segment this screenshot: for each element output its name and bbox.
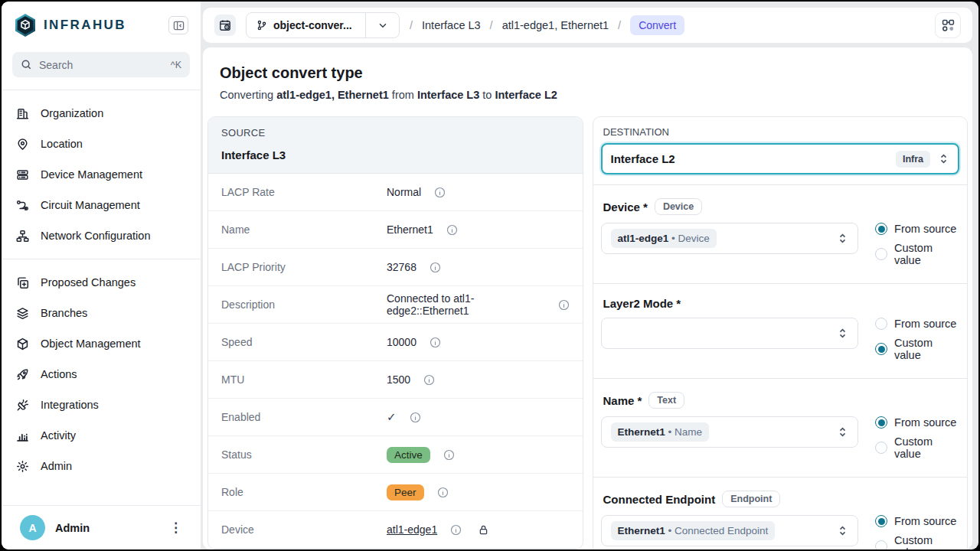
sidebar-item-device-management[interactable]: Device Management [2,159,201,190]
from-source-radio[interactable]: From source [875,515,959,527]
field-value-chip: Ethernet1 • Name [611,422,710,442]
chevron-up-down-icon [837,328,848,339]
sidebar-nav-secondary: Proposed Changes Branches Object Managem… [2,259,201,489]
branch-selector[interactable]: object-conver... [246,12,400,38]
source-panel: SOURCE Interface L3 LACP Rate Normal Nam… [207,116,583,549]
sidebar-item-proposed-changes[interactable]: Proposed Changes [2,267,201,298]
status-badge: Peer [387,484,424,500]
sidebar-item-activity[interactable]: Activity [2,420,201,451]
from-source-radio[interactable]: From source [875,416,959,429]
destination-field-name: Name * Text Ethernet1 • Name From source… [593,378,968,477]
info-icon[interactable] [423,374,435,386]
info-icon[interactable] [443,449,455,461]
info-icon[interactable] [430,337,441,348]
custom-value-radio[interactable]: Custom value [875,534,959,549]
attribute-value: atl1-edge1 [387,523,489,536]
attribute-text-value: Connected to atl1-edge2::Ethernet1 [387,292,545,317]
sidebar-item-location[interactable]: Location [2,129,201,159]
attribute-label: Name [221,223,387,236]
breadcrumb-item-object[interactable]: atl1-edge1, Ethernet1 [502,19,609,31]
sidebar-item-network-configuration[interactable]: Network Configuration [2,220,201,251]
enabled-check-icon: ✓ [387,410,397,424]
source-type: Interface L3 [221,148,570,161]
attribute-label: Role [221,486,387,498]
field-value-select[interactable]: Ethernet1 • Name [601,416,859,448]
sidebar-item-organization[interactable]: Organization [2,98,201,129]
building-icon [16,106,30,120]
field-kind-badge: Endpoint [722,491,780,507]
schema-visualizer-button[interactable] [935,12,961,38]
source-row-role: Role Peer [208,474,583,511]
chevron-up-down-icon [837,426,848,438]
page-title: Object convert type [220,64,956,82]
related-object-link[interactable]: atl1-edge1 [387,523,437,536]
attribute-value: Connected to atl1-edge2::Ethernet1 [387,292,570,317]
field-label: Connected Endpoint [603,493,716,506]
user-menu: A Admin ⋮ [2,505,201,549]
field-value-select[interactable]: Ethernet1 • Connected Endpoint [601,515,859,546]
brand-name: INFRAHUB [44,18,126,33]
sidebar-collapse-button[interactable] [168,16,188,34]
field-kind-badge: Device [655,198,702,215]
custom-value-radio[interactable]: Custom value [875,242,959,266]
search-input[interactable]: Search ^K [12,52,190,77]
info-icon[interactable] [410,412,421,423]
time-travel-button[interactable] [214,15,236,36]
search-shortcut: ^K [171,60,181,70]
destination-type-select[interactable]: Interface L2 Infra [601,143,960,174]
sidebar-item-branches[interactable]: Branches [2,298,201,328]
info-icon[interactable] [437,487,449,498]
from-source-radio[interactable]: From source [875,318,959,330]
destination-panel-label: DESTINATION [603,126,960,138]
git-branch-icon [256,20,267,31]
destination-panel: DESTINATION Interface L2 Infra Device * … [593,116,969,549]
field-label: Name * [603,394,642,407]
sidebar-nav-primary: Organization Location Device Management … [2,90,201,259]
topbar: object-conver... / Interface L3 / atl1-e… [203,8,972,43]
attribute-text-value: Normal [387,186,421,198]
server-icon [16,168,30,181]
sidebar-item-object-management[interactable]: Object Management [2,328,201,359]
attribute-label: Speed [221,336,387,348]
info-icon[interactable] [446,224,458,236]
subtitle-to-type: Interface L2 [495,89,557,101]
breadcrumb-separator: / [410,19,413,31]
bar-chart-icon [16,429,30,442]
destination-field-layer2-mode: Layer2 Mode * From source Custom value [593,283,968,378]
search-placeholder: Search [39,59,164,71]
field-label: Layer2 Mode * [603,297,681,310]
subtitle-object: atl1-edge1, Ethernet1 [276,89,389,101]
source-row-enabled: Enabled ✓ [208,399,583,436]
source-row-lacp-rate: LACP Rate Normal [208,174,583,211]
sidebar-item-actions[interactable]: Actions [2,359,201,390]
user-options-kebab-icon[interactable]: ⋮ [163,518,188,537]
source-row-name: Name Ethernet1 [208,211,583,249]
workflow-icon [942,19,955,32]
attribute-label: Description [221,298,387,311]
field-value-select[interactable] [601,318,859,349]
info-icon[interactable] [434,187,446,198]
network-icon [16,229,30,243]
calendar-clock-icon [219,19,231,31]
info-icon[interactable] [450,524,462,536]
attribute-value: ✓ [387,410,421,424]
custom-value-radio[interactable]: Custom value [875,337,959,361]
attribute-text-value: 1500 [387,373,410,386]
info-icon[interactable] [558,299,570,311]
sidebar-item-integrations[interactable]: Integrations [2,390,201,420]
info-icon[interactable] [430,262,441,273]
sidebar-item-circuit-management[interactable]: Circuit Management [2,190,201,220]
attribute-label: LACP Priority [221,261,387,273]
field-value-select[interactable]: atl1-edge1 • Device [601,223,859,254]
sidebar-item-admin[interactable]: Admin [2,451,201,481]
custom-value-radio[interactable]: Custom value [875,435,959,460]
from-source-radio[interactable]: From source [875,223,959,235]
attribute-label: Status [221,448,387,461]
subtitle-from-type: Interface L3 [417,89,479,101]
source-row-description: Description Connected to atl1-edge2::Eth… [208,286,583,324]
rocket-icon [16,367,30,381]
breadcrumb-current-page: Convert [630,15,684,35]
destination-field-connected-endpoint: Connected Endpoint Endpoint Ethernet1 • … [593,477,968,549]
branch-dropdown-toggle[interactable] [365,13,399,37]
breadcrumb-item-schema[interactable]: Interface L3 [422,19,481,31]
